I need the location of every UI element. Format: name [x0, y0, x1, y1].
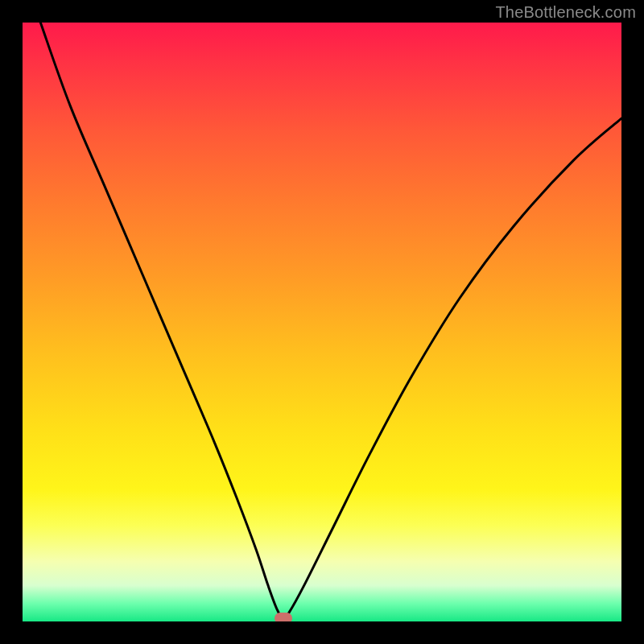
- chart-frame: TheBottleneck.com: [0, 0, 644, 644]
- plot-area: [23, 23, 621, 621]
- bottleneck-curve: [23, 23, 621, 621]
- watermark-text: TheBottleneck.com: [495, 3, 636, 22]
- optimal-point-marker: [275, 613, 292, 621]
